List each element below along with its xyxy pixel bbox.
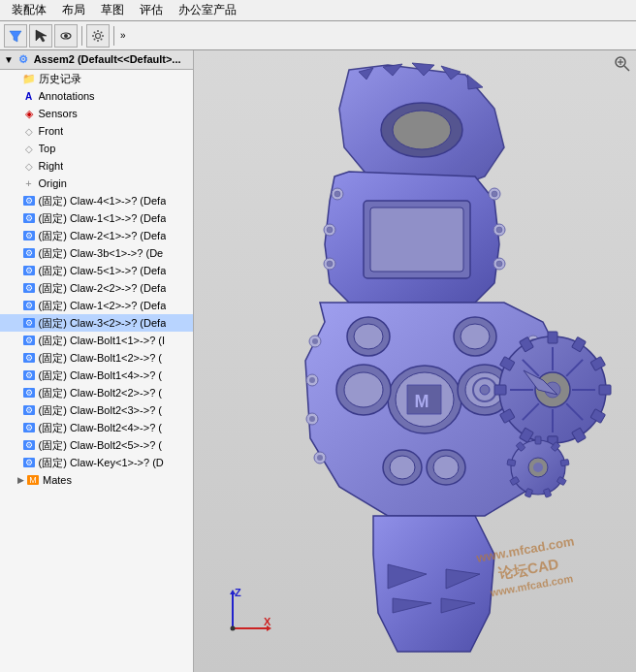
tree-item-claw2a[interactable]: ⚙(固定) Claw-2<1>->? (Defa [0,227,193,244]
tree-item-icon: ◈ [21,106,37,121]
tree-item-label: (固定) Claw-Bolt1<1>->? (I [39,334,166,348]
svg-point-12 [101,31,103,33]
svg-text:M: M [415,392,429,411]
svg-point-49 [327,261,333,267]
tree-item-claw1b[interactable]: ⚙(固定) Claw-1<2>->? (Defa [0,297,193,314]
svg-point-31 [480,385,490,395]
tree-item-label: Annotations [39,90,95,102]
svg-point-103 [533,463,543,472]
tree-item-icon: ⚙ [21,420,37,435]
svg-point-63 [317,455,323,461]
tree-item-claw5[interactable]: ⚙(固定) Claw-5<1>->? (Defa [0,262,193,279]
tree-item-mates[interactable]: ▶MMates [0,471,193,489]
tree-item-label: (固定) Claw-Bolt2<4>->? ( [39,421,162,435]
menu-evaluate[interactable]: 评估 [132,0,171,20]
tree-item-clawbolt2b[interactable]: ⚙(固定) Claw-Bolt2<3>->? ( [0,401,193,419]
tree-item-label: (固定) Claw-Bolt2<2>->? ( [39,386,162,400]
tree-item-icon: ⚙ [21,455,37,470]
tree-item-label: (固定) Claw-1<2>->? (Defa [39,299,167,313]
svg-point-61 [309,416,315,422]
expand-icon [17,178,20,188]
tree-item-icon: ⚙ [21,193,37,208]
tree-item-label: (固定) Claw-4<1>->? (Defa [39,194,167,208]
svg-point-10 [101,38,103,40]
tree-item-sensors[interactable]: ◈Sensors [0,105,193,122]
tree-item-clawbolt2d[interactable]: ⚙(固定) Claw-Bolt2<5>->? ( [0,436,193,454]
menu-sketch[interactable]: 草图 [93,0,132,20]
tree-item-icon: ◇ [21,123,37,139]
expand-icon [17,301,20,310]
svg-point-35 [354,324,383,349]
svg-rect-73 [599,385,611,395]
gear-button[interactable] [86,24,110,48]
tree-item-clawbolt1c[interactable]: ⚙(固定) Claw-Bolt1<4>->? ( [0,367,193,384]
tree-item-claw4[interactable]: ⚙(固定) Claw-4<1>->? (Defa [0,192,193,209]
svg-point-7 [92,35,94,37]
svg-point-14 [393,111,451,149]
expand-icon [17,370,20,380]
zoom-icon[interactable] [613,54,632,74]
svg-marker-0 [10,31,21,42]
tree-item-icon: ⚙ [21,298,37,313]
expand-icon[interactable]: ▶ [17,475,24,485]
tree-item-icon: M [25,472,41,488]
svg-rect-100 [507,459,516,465]
model-3d: M [194,50,636,672]
tree-item-label: Mates [43,474,72,486]
tree-item-label: (固定) Claw-1<1>->? (Defa [39,211,167,226]
tree-item-claw1a[interactable]: ⚙(固定) Claw-1<1>->? (Defa [0,209,193,227]
tree-item-clawbolt1a[interactable]: ⚙(固定) Claw-Bolt1<1>->? (I [0,332,193,349]
svg-point-55 [496,261,502,267]
svg-point-45 [334,191,340,197]
svg-point-47 [327,227,333,233]
tree-container: 📁历史记录 AAnnotations ◈Sensors ◇Front ◇Top … [0,70,193,489]
tree-item-label: (固定) Claw-5<1>->? (Defa [39,264,167,278]
svg-point-4 [96,33,101,38]
toolbar-expand[interactable]: » [118,28,128,43]
tree-item-icon: ◇ [21,141,37,156]
tree-item-label: (固定) Claw-Bolt2<3>->? ( [39,403,162,418]
expand-icon [17,248,20,258]
tree-item-origin[interactable]: +Origin [0,175,193,192]
eye-button[interactable] [54,24,78,48]
expand-icon [17,144,20,153]
tree-item-claw3b[interactable]: ⚙(固定) Claw-3b<1>->? (De [0,244,193,262]
svg-point-39 [433,456,459,479]
filter-button[interactable] [4,24,27,48]
assembly-icon: ⚙ [18,53,28,65]
menu-layout[interactable]: 布局 [54,0,93,20]
tree-item-icon: ⚙ [21,228,37,243]
viewport[interactable]: M [194,50,636,672]
svg-marker-1 [36,30,47,42]
tree-item-top[interactable]: ◇Top [0,140,193,157]
tree-item-clawkey[interactable]: ⚙(固定) Claw-Key<1>->? (D [0,454,193,471]
tree-item-icon: ⚙ [21,333,37,348]
svg-point-6 [97,40,99,42]
svg-point-8 [102,35,104,37]
tree-item-front[interactable]: ◇Front [0,122,193,140]
tree-item-claw3c[interactable]: ⚙(固定) Claw-3<2>->? (Defa [0,314,193,332]
expand-icon [17,109,20,118]
tree-item-icon: ⚙ [21,280,37,296]
tree-item-clawbolt1b[interactable]: ⚙(固定) Claw-Bolt1<2>->? ( [0,349,193,367]
tree-item-icon: ⚙ [21,437,37,453]
expand-icon [17,126,20,136]
axis-indicator: X Z [213,585,271,643]
tree-item-right[interactable]: ◇Right [0,157,193,175]
svg-rect-93 [535,436,541,444]
svg-line-105 [624,66,629,71]
svg-point-9 [94,31,96,33]
arrow-button[interactable] [29,24,52,48]
svg-point-27 [344,372,383,407]
tree-item-icon: ⚙ [21,385,37,400]
tree-item-claw2b[interactable]: ⚙(固定) Claw-2<2>->? (Defa [0,279,193,297]
tree-item-label: (固定) Claw-Key<1>->? (D [39,456,164,470]
tree-item-clawbolt2c[interactable]: ⚙(固定) Claw-Bolt2<4>->? ( [0,419,193,436]
tree-item-annotations[interactable]: AAnnotations [0,87,193,105]
tree-item-history[interactable]: 📁历史记录 [0,70,193,87]
svg-point-51 [492,191,497,197]
tree-root[interactable]: ▼ ⚙ Assem2 (Default<<Default>... [0,50,193,70]
menu-assembly[interactable]: 装配体 [4,0,54,20]
menu-office[interactable]: 办公室产品 [171,0,244,20]
tree-item-clawbolt2a[interactable]: ⚙(固定) Claw-Bolt2<2>->? ( [0,384,193,401]
